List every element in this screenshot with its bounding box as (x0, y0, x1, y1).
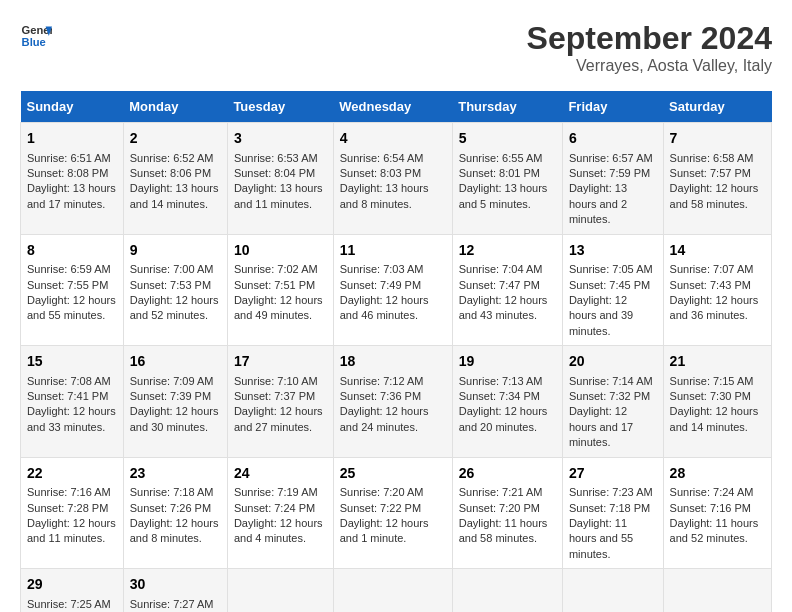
cell-info: Sunrise: 7:10 AM (234, 374, 327, 389)
day-number: 21 (670, 352, 765, 372)
day-number: 1 (27, 129, 117, 149)
calendar-cell: 14Sunrise: 7:07 AMSunset: 7:43 PMDayligh… (663, 234, 771, 346)
day-number: 27 (569, 464, 657, 484)
cell-info: Sunrise: 7:25 AM (27, 597, 117, 612)
calendar-cell: 11Sunrise: 7:03 AMSunset: 7:49 PMDayligh… (333, 234, 452, 346)
cell-info: Sunrise: 6:52 AM (130, 151, 221, 166)
day-number: 5 (459, 129, 556, 149)
calendar-cell (452, 569, 562, 612)
calendar-cell: 13Sunrise: 7:05 AMSunset: 7:45 PMDayligh… (562, 234, 663, 346)
day-number: 26 (459, 464, 556, 484)
calendar-cell: 18Sunrise: 7:12 AMSunset: 7:36 PMDayligh… (333, 346, 452, 458)
calendar-cell (333, 569, 452, 612)
calendar-cell: 30Sunrise: 7:27 AMSunset: 7:12 PMDayligh… (123, 569, 227, 612)
calendar-week-2: 8Sunrise: 6:59 AMSunset: 7:55 PMDaylight… (21, 234, 772, 346)
cell-info: Sunset: 7:53 PM (130, 278, 221, 293)
calendar-cell: 29Sunrise: 7:25 AMSunset: 7:14 PMDayligh… (21, 569, 124, 612)
cell-info: Daylight: 12 hours and 20 minutes. (459, 404, 556, 435)
cell-info: Sunrise: 7:02 AM (234, 262, 327, 277)
day-number: 13 (569, 241, 657, 261)
day-number: 3 (234, 129, 327, 149)
day-number: 18 (340, 352, 446, 372)
calendar-week-3: 15Sunrise: 7:08 AMSunset: 7:41 PMDayligh… (21, 346, 772, 458)
col-thursday: Thursday (452, 91, 562, 123)
day-number: 12 (459, 241, 556, 261)
logo: General Blue (20, 20, 52, 52)
calendar-cell: 16Sunrise: 7:09 AMSunset: 7:39 PMDayligh… (123, 346, 227, 458)
cell-info: Sunrise: 7:14 AM (569, 374, 657, 389)
cell-info: Sunrise: 6:57 AM (569, 151, 657, 166)
subtitle: Verrayes, Aosta Valley, Italy (527, 57, 772, 75)
logo-icon: General Blue (20, 20, 52, 52)
col-saturday: Saturday (663, 91, 771, 123)
cell-info: Sunrise: 7:23 AM (569, 485, 657, 500)
cell-info: Daylight: 12 hours and 46 minutes. (340, 293, 446, 324)
cell-info: Daylight: 12 hours and 11 minutes. (27, 516, 117, 547)
day-number: 8 (27, 241, 117, 261)
cell-info: Daylight: 12 hours and 39 minutes. (569, 293, 657, 339)
cell-info: Sunset: 7:55 PM (27, 278, 117, 293)
day-number: 7 (670, 129, 765, 149)
calendar-cell: 26Sunrise: 7:21 AMSunset: 7:20 PMDayligh… (452, 457, 562, 569)
day-number: 10 (234, 241, 327, 261)
cell-info: Daylight: 12 hours and 49 minutes. (234, 293, 327, 324)
cell-info: Sunset: 7:24 PM (234, 501, 327, 516)
calendar-cell (562, 569, 663, 612)
cell-info: Daylight: 12 hours and 24 minutes. (340, 404, 446, 435)
cell-info: Sunrise: 7:21 AM (459, 485, 556, 500)
cell-info: Daylight: 11 hours and 55 minutes. (569, 516, 657, 562)
cell-info: Daylight: 13 hours and 11 minutes. (234, 181, 327, 212)
cell-info: Sunrise: 6:58 AM (670, 151, 765, 166)
cell-info: Sunset: 7:26 PM (130, 501, 221, 516)
cell-info: Sunset: 7:22 PM (340, 501, 446, 516)
cell-info: Sunrise: 7:07 AM (670, 262, 765, 277)
cell-info: Sunset: 7:16 PM (670, 501, 765, 516)
cell-info: Sunset: 8:01 PM (459, 166, 556, 181)
cell-info: Sunset: 7:49 PM (340, 278, 446, 293)
calendar-table: Sunday Monday Tuesday Wednesday Thursday… (20, 91, 772, 612)
calendar-cell: 28Sunrise: 7:24 AMSunset: 7:16 PMDayligh… (663, 457, 771, 569)
day-number: 22 (27, 464, 117, 484)
cell-info: Sunset: 7:36 PM (340, 389, 446, 404)
calendar-cell: 19Sunrise: 7:13 AMSunset: 7:34 PMDayligh… (452, 346, 562, 458)
cell-info: Daylight: 11 hours and 58 minutes. (459, 516, 556, 547)
main-title: September 2024 (527, 20, 772, 57)
col-tuesday: Tuesday (227, 91, 333, 123)
calendar-cell: 25Sunrise: 7:20 AMSunset: 7:22 PMDayligh… (333, 457, 452, 569)
header-row: Sunday Monday Tuesday Wednesday Thursday… (21, 91, 772, 123)
cell-info: Sunrise: 6:55 AM (459, 151, 556, 166)
cell-info: Sunrise: 7:08 AM (27, 374, 117, 389)
cell-info: Sunrise: 7:05 AM (569, 262, 657, 277)
cell-info: Sunset: 7:28 PM (27, 501, 117, 516)
cell-info: Sunrise: 7:15 AM (670, 374, 765, 389)
day-number: 25 (340, 464, 446, 484)
cell-info: Sunrise: 7:09 AM (130, 374, 221, 389)
calendar-week-1: 1Sunrise: 6:51 AMSunset: 8:08 PMDaylight… (21, 123, 772, 235)
calendar-cell: 1Sunrise: 6:51 AMSunset: 8:08 PMDaylight… (21, 123, 124, 235)
title-section: September 2024 Verrayes, Aosta Valley, I… (527, 20, 772, 75)
calendar-cell (663, 569, 771, 612)
cell-info: Daylight: 12 hours and 33 minutes. (27, 404, 117, 435)
cell-info: Sunset: 7:45 PM (569, 278, 657, 293)
cell-info: Sunrise: 7:13 AM (459, 374, 556, 389)
cell-info: Daylight: 12 hours and 8 minutes. (130, 516, 221, 547)
calendar-cell: 8Sunrise: 6:59 AMSunset: 7:55 PMDaylight… (21, 234, 124, 346)
calendar-cell: 7Sunrise: 6:58 AMSunset: 7:57 PMDaylight… (663, 123, 771, 235)
cell-info: Daylight: 12 hours and 14 minutes. (670, 404, 765, 435)
cell-info: Sunrise: 7:18 AM (130, 485, 221, 500)
cell-info: Sunrise: 7:24 AM (670, 485, 765, 500)
cell-info: Sunset: 7:30 PM (670, 389, 765, 404)
calendar-cell: 5Sunrise: 6:55 AMSunset: 8:01 PMDaylight… (452, 123, 562, 235)
cell-info: Daylight: 12 hours and 55 minutes. (27, 293, 117, 324)
calendar-cell: 3Sunrise: 6:53 AMSunset: 8:04 PMDaylight… (227, 123, 333, 235)
calendar-week-4: 22Sunrise: 7:16 AMSunset: 7:28 PMDayligh… (21, 457, 772, 569)
cell-info: Sunrise: 7:19 AM (234, 485, 327, 500)
cell-info: Daylight: 13 hours and 14 minutes. (130, 181, 221, 212)
day-number: 30 (130, 575, 221, 595)
day-number: 17 (234, 352, 327, 372)
cell-info: Sunrise: 7:20 AM (340, 485, 446, 500)
cell-info: Sunset: 8:04 PM (234, 166, 327, 181)
day-number: 6 (569, 129, 657, 149)
header: General Blue September 2024 Verrayes, Ao… (20, 20, 772, 75)
col-wednesday: Wednesday (333, 91, 452, 123)
